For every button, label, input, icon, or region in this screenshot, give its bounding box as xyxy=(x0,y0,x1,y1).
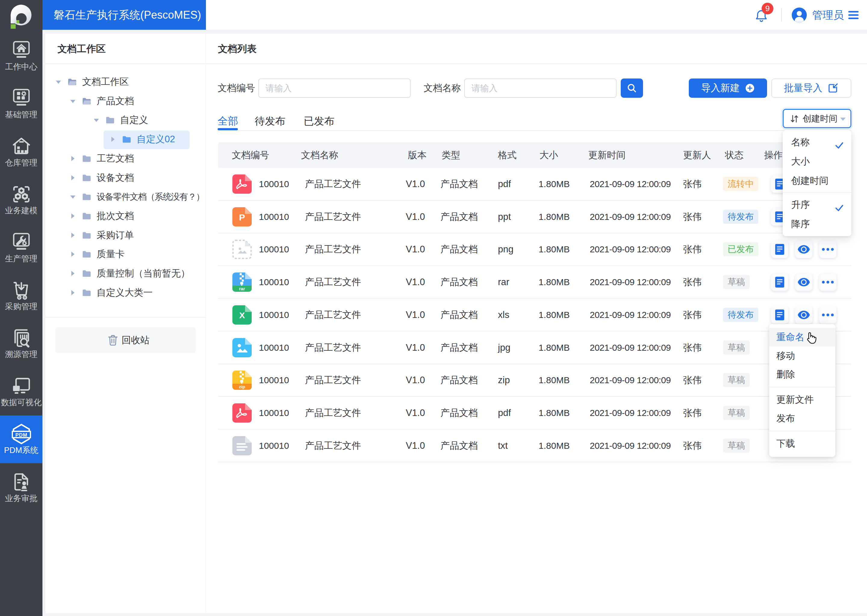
table-row[interactable]: 100010 产品工艺文件 V1.0 产品文档 png 1.80MB 2021-… xyxy=(218,233,851,266)
table-row[interactable]: 100010 产品工艺文件 V1.0 产品文档 jpg 1.80MB 2021-… xyxy=(218,332,851,364)
table-row[interactable]: rar 100010 产品工艺文件 V1.0 产品文档 rar 1.80MB 2… xyxy=(218,266,851,299)
cell-doc-no: 100010 xyxy=(259,266,289,298)
sidebar-item-purchase[interactable]: 采购管理 xyxy=(0,272,43,319)
context-menu-item[interactable]: 重命名 xyxy=(769,328,835,347)
sidebar-item-warehouse[interactable]: 仓库管理 xyxy=(0,128,43,176)
cell-type: 产品文档 xyxy=(440,168,478,200)
sort-option[interactable]: 升序 xyxy=(783,195,851,214)
tree-node[interactable]: 批次文档 xyxy=(46,207,206,225)
recycle-bin-button[interactable]: 回收站 xyxy=(55,327,195,353)
table-row[interactable]: zip 100010 产品工艺文件 V1.0 产品文档 zip 1.80MB 2… xyxy=(218,364,851,397)
caret-right-icon[interactable] xyxy=(111,136,117,140)
caret-down-icon[interactable] xyxy=(93,118,99,123)
caret-right-icon[interactable] xyxy=(71,232,77,236)
caret-right-icon[interactable] xyxy=(71,290,77,294)
tree-node[interactable]: 质量卡 xyxy=(46,245,206,263)
tree-node[interactable]: 自定义 xyxy=(46,111,206,129)
hamburger-icon[interactable] xyxy=(848,11,859,21)
preview-button[interactable] xyxy=(795,273,812,291)
user-avatar[interactable] xyxy=(792,8,807,24)
table-row[interactable]: 100010 产品工艺文件 V1.0 产品文档 pdf 1.80MB 2021-… xyxy=(218,168,851,201)
tab-2[interactable]: 已发布 xyxy=(304,111,334,130)
context-menu-item[interactable]: 下载 xyxy=(769,434,835,453)
tree-node[interactable]: 设备零件文档（系统没有？） xyxy=(46,188,206,206)
context-menu-item[interactable]: 移动 xyxy=(769,347,835,365)
sort-option[interactable]: 降序 xyxy=(783,214,851,234)
tree-node[interactable]: 采购订单 xyxy=(46,226,206,244)
tree-node-label[interactable]: 批次文档 xyxy=(97,207,134,225)
cell-size: 1.80MB xyxy=(539,168,569,200)
sort-option[interactable]: 大小 xyxy=(783,152,851,171)
search-button[interactable] xyxy=(621,79,643,98)
user-name[interactable]: 管理员 xyxy=(812,8,844,22)
more-actions-button[interactable] xyxy=(819,240,837,258)
tree-node-label[interactable]: 采购订单 xyxy=(97,226,134,244)
sort-option[interactable]: 创建时间 xyxy=(783,171,851,190)
folder-icon xyxy=(82,270,91,277)
tree-node[interactable]: 设备文档 xyxy=(46,169,206,187)
caret-right-icon[interactable] xyxy=(71,213,77,217)
batch-import-button[interactable]: 批量导入 xyxy=(771,79,851,98)
more-actions-button[interactable] xyxy=(819,273,837,291)
tree-node[interactable]: 质量控制（当前暂无） xyxy=(46,265,206,282)
tree-node-label[interactable]: 产品文档 xyxy=(97,92,134,110)
cell-doc-no: 100010 xyxy=(259,397,289,429)
doc-detail-button[interactable] xyxy=(771,273,788,291)
tree-node-label[interactable]: 设备零件文档（系统没有？） xyxy=(97,188,204,206)
context-menu-item[interactable]: 发布 xyxy=(769,409,835,428)
context-menu-item[interactable]: 删除 xyxy=(769,365,835,384)
import-new-button[interactable]: 导入新建 xyxy=(689,79,767,98)
tree-node-label[interactable]: 设备文档 xyxy=(97,169,134,187)
tree-node[interactable]: 文档工作区 xyxy=(46,73,206,91)
sidebar-item-label: 生产管理 xyxy=(0,253,43,264)
purchase-icon xyxy=(10,279,33,302)
cell-size: 1.80MB xyxy=(539,266,569,298)
table-row[interactable]: X 100010 产品工艺文件 V1.0 产品文档 xls 1.80MB 202… xyxy=(218,299,851,332)
caret-down-icon[interactable] xyxy=(70,99,76,104)
sidebar-item-pdm[interactable]: PDM PDM系统 xyxy=(0,415,43,463)
doc-detail-button[interactable] xyxy=(771,306,788,324)
sidebar-item-data-vis[interactable]: 数据可视化 xyxy=(0,368,43,415)
sort-option[interactable]: 名称 xyxy=(783,133,851,152)
tree-node-label[interactable]: 质量卡 xyxy=(97,245,125,263)
app-logo[interactable] xyxy=(8,2,34,31)
sort-button[interactable]: 创建时间 xyxy=(783,109,851,128)
svg-text:PDM: PDM xyxy=(15,432,27,438)
tree-node-label[interactable]: 自定义02 xyxy=(137,130,175,148)
tab-1[interactable]: 待发布 xyxy=(255,111,285,130)
tree-node[interactable]: 产品文档 xyxy=(46,92,206,110)
sidebar-item-trace[interactable]: 溯源管理 xyxy=(0,319,43,367)
preview-button[interactable] xyxy=(795,306,812,324)
caret-right-icon[interactable] xyxy=(71,156,77,160)
caret-down-icon[interactable] xyxy=(70,195,76,199)
sidebar-item-base-mgmt[interactable]: 基础管理 xyxy=(0,80,43,127)
tree-node-label[interactable]: 工艺文档 xyxy=(97,150,134,167)
tree-node[interactable]: 自定义02 xyxy=(46,130,206,148)
tree-node[interactable]: 自定义大类一 xyxy=(46,284,206,302)
tree-node-label[interactable]: 质量控制（当前暂无） xyxy=(97,265,190,282)
table-row[interactable]: 100010 产品工艺文件 V1.0 产品文档 pdf 1.80MB 2021-… xyxy=(218,397,851,429)
cell-doc-name: 产品工艺文件 xyxy=(305,201,361,233)
caret-right-icon[interactable] xyxy=(71,175,77,179)
context-menu-item[interactable]: 更新文件 xyxy=(769,390,835,409)
cell-size: 1.80MB xyxy=(539,332,569,364)
sidebar-item-workcenter[interactable]: 工作中心 xyxy=(0,32,43,80)
more-actions-button[interactable] xyxy=(819,306,837,324)
doc-name-input[interactable] xyxy=(464,79,616,98)
sidebar-item-approval[interactable]: 业务审批 xyxy=(0,464,43,511)
caret-down-icon[interactable] xyxy=(55,80,61,84)
sidebar-item-biz-model[interactable]: 业务建模 xyxy=(0,176,43,223)
tab-0[interactable]: 全部 xyxy=(218,111,238,130)
tree-node-label[interactable]: 自定义 xyxy=(120,111,148,129)
doc-no-input[interactable] xyxy=(258,79,411,98)
table-row[interactable]: P 100010 产品工艺文件 V1.0 产品文档 ppt 1.80MB 202… xyxy=(218,201,851,233)
caret-right-icon[interactable] xyxy=(71,270,77,275)
caret-right-icon[interactable] xyxy=(71,251,77,255)
doc-detail-button[interactable] xyxy=(771,240,788,258)
table-row[interactable]: 100010 产品工艺文件 V1.0 产品文档 txt 1.80MB 2021-… xyxy=(218,429,851,462)
sidebar-item-production[interactable]: 生产管理 xyxy=(0,224,43,272)
tree-node[interactable]: 工艺文档 xyxy=(46,150,206,167)
tree-node-label[interactable]: 文档工作区 xyxy=(82,73,129,91)
tree-node-label[interactable]: 自定义大类一 xyxy=(97,284,153,302)
preview-button[interactable] xyxy=(795,240,812,258)
